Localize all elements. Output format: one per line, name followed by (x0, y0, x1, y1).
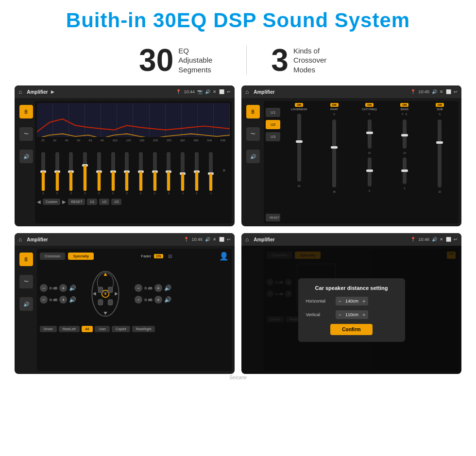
spec-sidebar-tune[interactable]: 🎚 (19, 253, 33, 266)
svg-marker-11 (115, 292, 118, 295)
eq-sidebar-tune[interactable]: 🎚 (19, 105, 33, 118)
cutfreq-slider2[interactable] (368, 157, 372, 186)
eq-slider-7[interactable]: 0 (125, 152, 129, 195)
cross-sidebar-vol[interactable]: 🔊 (246, 150, 260, 163)
eq-slider-11[interactable]: -1 (181, 152, 185, 195)
time-spec: 10:46 (191, 237, 203, 242)
rearleft-btn[interactable]: RearLeft (59, 326, 80, 332)
channel-loudness: ON LOUDNESS 64 (282, 103, 316, 221)
spec-sidebar-vol[interactable]: 🔊 (19, 297, 33, 311)
phat-on[interactable]: ON (330, 103, 339, 107)
cross-sidebar-wave[interactable]: 〜 (246, 127, 260, 141)
window-icon-4: ⬜ (446, 237, 451, 242)
eq-sidebar-wave[interactable]: 〜 (19, 127, 33, 141)
db-plus-4[interactable]: + (154, 296, 162, 304)
home-icon[interactable]: ⌂ (18, 88, 22, 95)
u3-btn[interactable]: U3 (111, 199, 121, 205)
loudness-on[interactable]: ON (295, 103, 303, 107)
cutfreq-labels: F (369, 113, 370, 116)
phat-slider[interactable] (332, 119, 336, 187)
dialog-title: Car speaker distance setting (306, 285, 397, 291)
vertical-minus[interactable]: − (339, 312, 341, 318)
topbar-eq: ⌂ Amplifier ▶ 📍 10:44 📷 🔊 ✕ ⬜ ↩ (15, 85, 235, 98)
cross-u3[interactable]: U3 (266, 132, 280, 141)
cross-reset[interactable]: RESET (266, 214, 280, 221)
horizontal-minus[interactable]: − (339, 298, 341, 304)
eq-slider-1[interactable]: 0 (41, 152, 45, 195)
eq-slider-12[interactable]: 0 (195, 152, 199, 195)
specialty-tab[interactable]: Specialty (68, 253, 93, 260)
custom-btn[interactable]: Custom (43, 199, 60, 205)
stat-crossover-number: 3 (271, 45, 289, 76)
cross-u1[interactable]: U1 (266, 108, 280, 117)
next-icon[interactable]: ▶ (62, 199, 66, 204)
horizontal-plus[interactable]: + (362, 298, 365, 304)
confirm-button[interactable]: Confirm (330, 324, 372, 335)
eq-slider-9[interactable]: 0 (153, 152, 157, 195)
copilot-btn[interactable]: Copilot (112, 326, 130, 332)
db-minus-2[interactable]: − (40, 296, 48, 304)
horizontal-field[interactable]: − 140cm + (336, 297, 369, 305)
volume-icon-3: 🔊 (205, 237, 210, 242)
cross-u2[interactable]: U2 (266, 120, 280, 129)
sub-on[interactable]: ON (436, 103, 444, 107)
cross-sidebar-tune[interactable]: 🎚 (246, 105, 260, 118)
db-val-2: 0 dB (50, 298, 57, 302)
home-icon-3[interactable]: ⌂ (18, 236, 22, 243)
eq-slider-3[interactable]: 0 (69, 152, 73, 195)
eq-slider-5[interactable]: 0 (97, 152, 101, 195)
channel-phat: ON PHAT G 48 (317, 103, 351, 221)
db-plus-3[interactable]: + (154, 284, 162, 292)
eq-sidebar-vol[interactable]: 🔊 (19, 150, 33, 163)
driver-btn[interactable]: Driver (40, 326, 57, 332)
eq-slider-2[interactable]: 0 (55, 152, 59, 195)
bass-on[interactable]: ON (400, 103, 408, 107)
stat-eq: 30 EQ AdjustableSegments (115, 45, 246, 76)
cutfreq-on[interactable]: ON (365, 103, 374, 107)
close-icon: ✕ (213, 89, 217, 94)
reset-btn-eq[interactable]: RESET (68, 199, 85, 205)
back-icon: ↩ (227, 89, 231, 94)
home-icon-4[interactable]: ⌂ (245, 236, 249, 243)
home-icon-2[interactable]: ⌂ (245, 88, 249, 95)
db-minus-3[interactable]: − (135, 284, 142, 292)
spec-content: 🎚 〜 🔊 Common Specialty Fader ON ⊟ 👤 − (15, 246, 235, 374)
eq-slider-4[interactable]: 5 (83, 152, 87, 195)
vertical-plus[interactable]: + (362, 312, 365, 318)
svg-marker-8 (104, 273, 107, 276)
sub-val: 20 (439, 190, 442, 193)
volume-icon-4: 🔊 (432, 237, 437, 242)
common-tab[interactable]: Common (40, 253, 65, 260)
sub-slider[interactable] (438, 119, 442, 187)
avatar-icon: 👤 (219, 252, 229, 261)
horizontal-label: Horizontal (306, 299, 333, 304)
db-plus-2[interactable]: + (59, 296, 67, 304)
eq-slider-13[interactable]: -1 (209, 152, 213, 195)
fader-label: Fader (141, 254, 151, 258)
eq-slider-10[interactable]: 0 (167, 152, 170, 195)
window-icon-3: ⬜ (219, 237, 224, 242)
rearright-btn[interactable]: RearRight (132, 326, 155, 332)
volume-icon: 🔊 (205, 89, 210, 94)
speaker-icon-rl: 🔊 (69, 296, 76, 303)
u2-btn[interactable]: U2 (99, 199, 109, 205)
prev-icon[interactable]: ◀ (37, 199, 41, 204)
bass-slider1[interactable] (403, 119, 407, 149)
db-plus-1[interactable]: + (59, 284, 67, 292)
db-minus-4[interactable]: − (135, 296, 142, 304)
channel-cutfreq: ON CUT FREQ F 32 0 (353, 103, 386, 221)
svg-marker-9 (104, 312, 107, 315)
u1-btn[interactable]: U1 (87, 199, 97, 205)
all-btn[interactable]: All (82, 326, 93, 332)
cutfreq-slider1[interactable] (368, 119, 372, 149)
speaker-icon-fr: 🔊 (164, 285, 171, 291)
bass-slider2[interactable] (403, 157, 407, 184)
loudness-slider[interactable] (297, 114, 301, 182)
vertical-field[interactable]: − 110cm + (336, 310, 369, 319)
db-minus-1[interactable]: − (40, 284, 48, 292)
eq-slider-6[interactable]: 0 (111, 152, 115, 195)
eq-slider-8[interactable]: 0 (139, 152, 143, 195)
spec-sidebar-wave[interactable]: 〜 (19, 275, 33, 288)
fader-on[interactable]: ON (154, 254, 163, 258)
user-btn[interactable]: User (95, 326, 110, 332)
